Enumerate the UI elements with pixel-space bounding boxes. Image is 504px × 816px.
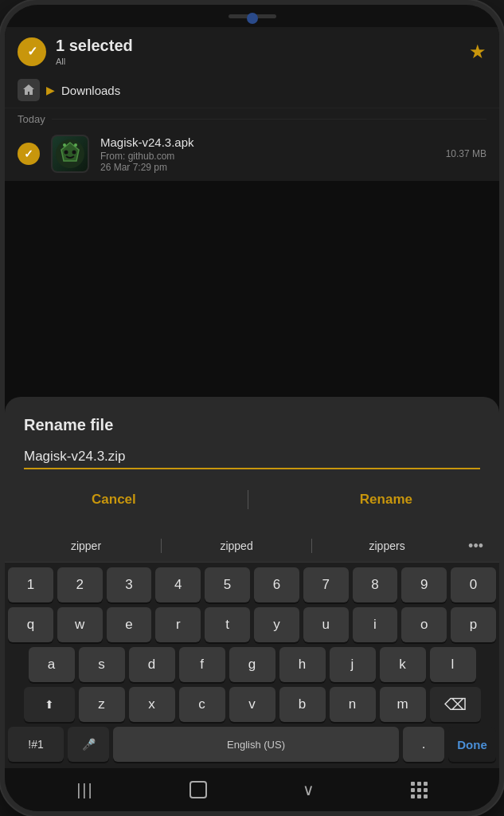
back-button[interactable]: ||| bbox=[70, 775, 100, 806]
rename-button[interactable]: Rename bbox=[336, 485, 436, 514]
dialog-overlay: Rename file Cancel Rename bbox=[5, 181, 499, 530]
key-2[interactable]: 2 bbox=[57, 567, 103, 602]
keyboard: 1 2 3 4 5 6 7 8 9 0 q w e r t bbox=[5, 563, 499, 768]
mic-key[interactable]: 🎤 bbox=[68, 727, 109, 762]
key-v[interactable]: v bbox=[229, 687, 275, 722]
suggestion-divider-1 bbox=[161, 539, 162, 553]
key-s[interactable]: s bbox=[79, 647, 125, 682]
keyboard-area: zipper zipped zippers ••• 1 2 3 4 5 6 7 bbox=[5, 530, 499, 768]
space-key[interactable]: English (US) bbox=[113, 727, 399, 762]
more-suggestions-icon[interactable]: ••• bbox=[462, 538, 490, 555]
key-w[interactable]: w bbox=[57, 607, 103, 642]
bottom-row: !#1 🎤 English (US) . Done bbox=[8, 727, 496, 762]
key-u[interactable]: u bbox=[303, 607, 349, 642]
backspace-key[interactable]: ⌫ bbox=[430, 687, 481, 722]
key-z[interactable]: z bbox=[79, 687, 125, 722]
key-e[interactable]: e bbox=[107, 607, 152, 642]
file-item[interactable]: ✓ bbox=[5, 127, 499, 181]
recents-icon: ∨ bbox=[303, 780, 315, 799]
key-b[interactable]: b bbox=[279, 687, 326, 722]
dialog-title: Rename file bbox=[24, 416, 480, 434]
key-o[interactable]: o bbox=[401, 607, 447, 642]
key-y[interactable]: y bbox=[254, 607, 299, 642]
key-m[interactable]: m bbox=[380, 687, 426, 722]
key-i[interactable]: i bbox=[353, 607, 398, 642]
key-0[interactable]: 0 bbox=[451, 567, 496, 602]
file-check-mark: ✓ bbox=[24, 147, 33, 160]
suggestion-divider-2 bbox=[311, 539, 312, 553]
dialog-buttons: Cancel Rename bbox=[24, 485, 480, 514]
suggestion-3[interactable]: zippers bbox=[315, 536, 459, 555]
done-key[interactable]: Done bbox=[448, 727, 496, 762]
rename-input[interactable] bbox=[24, 449, 480, 465]
key-f[interactable]: f bbox=[179, 647, 225, 682]
file-date: 26 Mar 7:29 pm bbox=[100, 162, 435, 173]
key-1[interactable]: 1 bbox=[8, 567, 53, 602]
key-l[interactable]: l bbox=[430, 647, 476, 682]
key-4[interactable]: 4 bbox=[155, 567, 201, 602]
check-icon: ✓ bbox=[27, 44, 37, 59]
key-8[interactable]: 8 bbox=[353, 567, 398, 602]
file-check-icon[interactable]: ✓ bbox=[18, 143, 40, 165]
section-divider bbox=[5, 108, 499, 108]
shift-key[interactable]: ⬆ bbox=[24, 687, 75, 722]
key-7[interactable]: 7 bbox=[303, 567, 349, 602]
all-label: All bbox=[56, 57, 133, 66]
star-button[interactable]: ★ bbox=[469, 41, 486, 63]
home-icon[interactable] bbox=[18, 79, 40, 101]
key-c[interactable]: c bbox=[179, 687, 225, 722]
key-r[interactable]: r bbox=[155, 607, 201, 642]
key-j[interactable]: j bbox=[330, 647, 376, 682]
key-6[interactable]: 6 bbox=[254, 567, 299, 602]
file-name: Magisk-v24.3.apk bbox=[100, 135, 435, 149]
keyboard-suggestions: zipper zipped zippers ••• bbox=[5, 530, 499, 563]
number-row: 1 2 3 4 5 6 7 8 9 0 bbox=[8, 567, 496, 602]
svg-point-4 bbox=[63, 143, 66, 147]
svg-point-2 bbox=[64, 151, 68, 155]
key-h[interactable]: h bbox=[279, 647, 326, 682]
period-key[interactable]: . bbox=[403, 727, 444, 762]
key-q[interactable]: q bbox=[8, 607, 53, 642]
home-button[interactable] bbox=[183, 775, 213, 805]
key-n[interactable]: n bbox=[330, 687, 376, 722]
key-g[interactable]: g bbox=[229, 647, 275, 682]
breadcrumb-downloads: Downloads bbox=[61, 84, 120, 97]
bottom-nav: ||| ∨ bbox=[5, 768, 499, 811]
key-a[interactable]: a bbox=[29, 647, 75, 682]
breadcrumb[interactable]: ▶ Downloads bbox=[5, 73, 499, 108]
qwerty-row: q w e r t y u i o p bbox=[8, 607, 496, 642]
screen: ✓ 1 selected All ★ ▶ Downloads bbox=[5, 5, 499, 811]
file-icon bbox=[51, 135, 89, 173]
app-grid-button[interactable] bbox=[404, 775, 434, 805]
rename-dialog: Rename file Cancel Rename bbox=[5, 397, 499, 530]
check-all-button[interactable]: ✓ bbox=[18, 37, 46, 66]
suggestion-1[interactable]: zipper bbox=[14, 536, 158, 555]
breadcrumb-arrow-icon: ▶ bbox=[46, 84, 55, 96]
recents-button[interactable]: ∨ bbox=[296, 774, 321, 806]
zxcv-row: ⬆ z x c v b n m ⌫ bbox=[8, 687, 496, 722]
key-x[interactable]: x bbox=[129, 687, 175, 722]
header: ✓ 1 selected All ★ bbox=[5, 27, 499, 73]
key-5[interactable]: 5 bbox=[205, 567, 250, 602]
file-source: From: github.com bbox=[100, 151, 435, 162]
file-info: Magisk-v24.3.apk From: github.com 26 Mar… bbox=[100, 135, 435, 173]
dialog-input-wrapper bbox=[24, 449, 480, 469]
key-p[interactable]: p bbox=[451, 607, 496, 642]
suggestion-2[interactable]: zipped bbox=[165, 536, 308, 555]
magisk-svg bbox=[55, 139, 85, 169]
key-k[interactable]: k bbox=[380, 647, 426, 682]
home-icon bbox=[189, 781, 207, 798]
section-today-label: Today bbox=[18, 113, 45, 125]
svg-point-5 bbox=[74, 143, 77, 147]
grid-icon bbox=[411, 782, 428, 798]
key-t[interactable]: t bbox=[205, 607, 250, 642]
symbols-key[interactable]: !#1 bbox=[8, 727, 64, 762]
key-d[interactable]: d bbox=[129, 647, 175, 682]
app-content: ✓ 1 selected All ★ ▶ Downloads bbox=[5, 27, 499, 530]
file-size: 10.37 MB bbox=[446, 148, 486, 159]
key-3[interactable]: 3 bbox=[107, 567, 152, 602]
svg-point-3 bbox=[72, 151, 76, 155]
key-9[interactable]: 9 bbox=[401, 567, 447, 602]
cancel-button[interactable]: Cancel bbox=[68, 485, 160, 514]
status-bar bbox=[5, 5, 499, 27]
